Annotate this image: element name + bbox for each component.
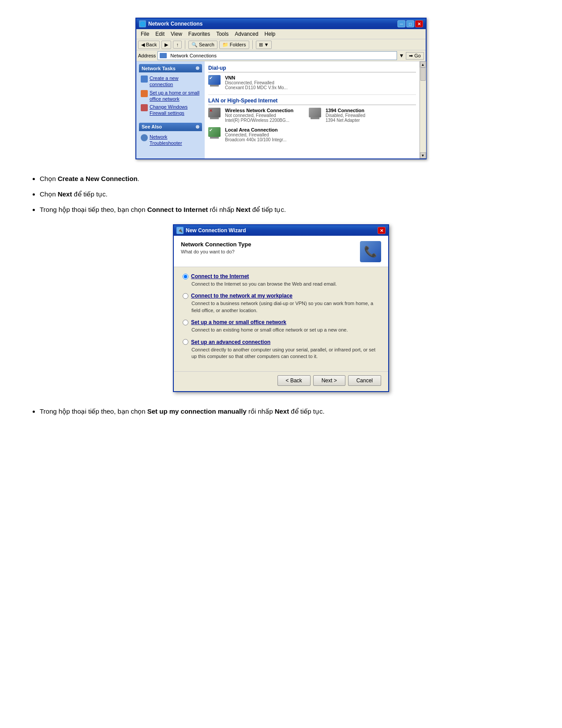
menu-edit[interactable]: Edit [153, 30, 167, 38]
wizard-option-3-label: Set up a home or small office network [191, 319, 286, 325]
wizard-controls: ✕ [378, 227, 386, 234]
local-area-icon: ✔ [208, 127, 222, 141]
local-area-adapter: Broadcom 440x 10/100 Integr... [225, 137, 305, 142]
see-also-section: See Also ⊗ Network Troubleshooter [139, 123, 202, 149]
scroll-thumb[interactable] [420, 68, 426, 81]
wizard-option-3-title: Set up a home or small office network [183, 319, 379, 325]
search-icon: 🔍 [191, 42, 198, 48]
menu-tools[interactable]: Tools [214, 30, 231, 38]
sidebar-item-troubleshooter[interactable]: Network Troubleshooter [141, 133, 200, 147]
instruction-1-bold: Create a New Connection [58, 175, 138, 182]
sidebar-item-create-connection[interactable]: Create a new connection [141, 74, 200, 89]
home-network-icon [141, 90, 148, 97]
menu-help[interactable]: Help [262, 30, 278, 38]
go-arrow-icon: ➡ [409, 53, 413, 58]
scroll-track[interactable] [420, 68, 426, 152]
final-instruction-list: Trong hộp thoại tiếp theo, bạn chọn Set … [40, 405, 536, 417]
instruction-3-bold1: Connect to Internet [147, 206, 208, 213]
local-area-name: Local Area Connection [225, 127, 305, 132]
content-area: Network Tasks ⊗ Create a new connection … [136, 61, 426, 158]
address-bar: Address Network Connections ▼ ➡ Go [136, 50, 426, 61]
wizard-option-1-radio[interactable] [183, 274, 188, 279]
instruction-3-after: để tiếp tục. [251, 206, 286, 213]
wizard-option-2-radio[interactable] [183, 293, 188, 299]
1394-info: 1394 Connection Disabled, Firewalled 139… [326, 108, 406, 123]
next-button[interactable]: Next > [313, 375, 345, 386]
menu-file[interactable]: File [138, 30, 152, 38]
wizard-window-icon: 🔌 [176, 227, 184, 234]
wizard-option-4: Set up an advanced connection Connect di… [183, 339, 379, 360]
wizard-option-3-radio[interactable] [183, 320, 188, 325]
address-value: Network Connections [170, 53, 217, 58]
sidebar: Network Tasks ⊗ Create a new connection … [136, 61, 205, 158]
wireless-icon: ✕ [208, 108, 222, 122]
menu-advanced[interactable]: Advanced [232, 30, 261, 38]
wizard-window: 🔌 New Connection Wizard ✕ Network Connec… [173, 224, 389, 392]
search-button[interactable]: 🔍 Search [188, 41, 217, 49]
1394-icon-graphic [309, 108, 321, 117]
window-controls: ─ □ ✕ [397, 20, 423, 27]
back-arrow-icon: ◀ [141, 42, 145, 48]
wireless-connection-item[interactable]: ✕ Wireless Network Connection Not connec… [208, 108, 305, 123]
scrollbar[interactable]: ▲ ▼ [420, 61, 426, 158]
dialup-items-row: ✔ VNN Disconnected, Firewalled Conexant … [208, 75, 416, 90]
firewall-icon [141, 104, 148, 111]
wizard-footer: < Back Next > Cancel [174, 371, 388, 391]
wizard-option-1-label: Connect to the Internet [191, 273, 249, 279]
wizard-container: 🔌 New Connection Wizard ✕ Network Connec… [173, 224, 389, 392]
instruction-3-before: Trong hộp thoại tiếp theo, bạn chọn [40, 206, 147, 213]
wizard-option-1-title: Connect to the Internet [183, 273, 379, 279]
instruction-2-after: để tiếp tục. [72, 190, 108, 198]
local-area-icon-graphic: ✔ [208, 127, 221, 137]
wizard-option-4-radio[interactable] [183, 339, 188, 345]
lan-items-row: ✕ Wireless Network Connection Not connec… [208, 108, 416, 123]
menu-view[interactable]: View [168, 30, 185, 38]
go-button[interactable]: ➡ Go [406, 52, 424, 60]
maximize-button[interactable]: □ [406, 20, 414, 27]
vnn-adapter: Conexant D110 MDC V.9x Mo... [225, 85, 305, 90]
scroll-down-button[interactable]: ▼ [420, 152, 426, 158]
instruction-item-2: Chọn Next để tiếp tục. [40, 188, 536, 200]
wizard-option-3: Set up a home or small office network Co… [183, 319, 379, 333]
main-pane: Dial-up ✔ VNN Disconnected, Firewalled C… [205, 61, 420, 158]
wizard-option-2: Connect to the network at my workplace C… [183, 293, 379, 314]
instruction-item-3: Trong hộp thoại tiếp theo, bạn chọn Conn… [40, 204, 536, 215]
sidebar-item-home-network[interactable]: Set up a home or small office network [141, 89, 200, 103]
address-input[interactable]: Network Connections [157, 51, 397, 60]
vnn-connection-item[interactable]: ✔ VNN Disconnected, Firewalled Conexant … [208, 75, 305, 90]
vnn-icon-graphic: ✔ [208, 75, 221, 85]
instruction-3-bold2: Next [236, 206, 251, 213]
back-button[interactable]: ◀ Back [138, 41, 160, 49]
back-label: Back [146, 42, 157, 47]
wireless-info: Wireless Network Connection Not connecte… [225, 108, 305, 123]
connection-1394-item[interactable]: 1394 Connection Disabled, Firewalled 139… [309, 108, 406, 123]
toolbar-separator [185, 40, 185, 49]
forward-button[interactable]: ▶ [161, 41, 171, 49]
instruction-2-bold: Next [58, 190, 72, 198]
window-icon: 🌐 [139, 20, 146, 27]
views-button[interactable]: ⊞ ▼ [256, 41, 272, 49]
scroll-up-button[interactable]: ▲ [420, 61, 426, 68]
menu-favorites[interactable]: Favorites [186, 30, 213, 38]
address-network-icon [160, 53, 167, 58]
instruction-2-before: Chọn [40, 190, 58, 198]
wireless-icon-graphic: ✕ [208, 108, 221, 117]
local-area-connection-item[interactable]: ✔ Local Area Connection Connected, Firew… [208, 127, 305, 142]
see-also-collapse-icon[interactable]: ⊗ [195, 124, 199, 130]
minimize-button[interactable]: ─ [397, 20, 405, 27]
wizard-option-2-title: Connect to the network at my workplace [183, 293, 379, 299]
close-button[interactable]: ✕ [415, 20, 423, 27]
collapse-icon[interactable]: ⊗ [195, 65, 199, 71]
up-button[interactable]: ↑ [173, 41, 182, 49]
firewall-label: Change Windows Firewall settings [150, 104, 200, 117]
lan-section-title: LAN or High-Speed Internet [208, 98, 416, 105]
see-also-content: Network Troubleshooter [139, 131, 202, 149]
cancel-button[interactable]: Cancel [348, 375, 381, 386]
back-button[interactable]: < Back [277, 375, 311, 386]
wizard-option-1-desc: Connect to the Internet so you can brows… [183, 281, 379, 287]
sidebar-item-firewall[interactable]: Change Windows Firewall settings [141, 103, 200, 117]
folders-button[interactable]: 📁 Folders [219, 41, 249, 49]
instruction-list: Chọn Create a New Connection. Chọn Next … [40, 173, 536, 215]
address-dropdown-icon[interactable]: ▼ [399, 53, 404, 59]
wizard-close-button[interactable]: ✕ [378, 227, 386, 234]
